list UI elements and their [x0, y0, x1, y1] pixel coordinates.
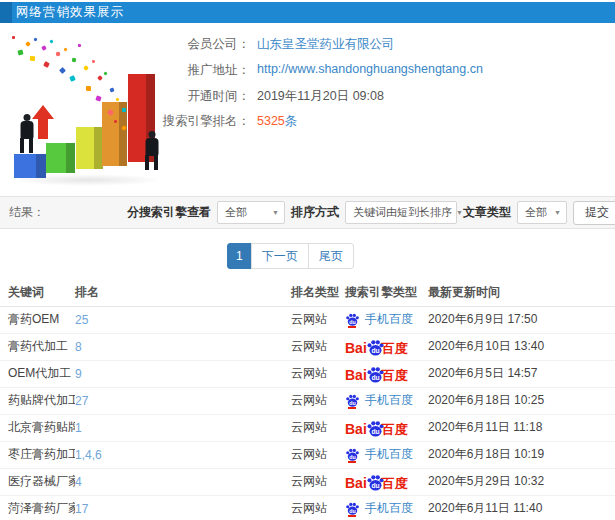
- updated-time-text: 2020年6月10日 13:40: [428, 339, 544, 353]
- keyword-text: OEM代加工: [8, 366, 71, 380]
- updated-time-text: 2020年6月11日 11:40: [428, 501, 542, 515]
- baidu-logo: Baidu百度: [345, 473, 408, 490]
- baidu-paw-icon: du: [345, 393, 360, 408]
- keyword-text: 药贴牌代加工: [8, 393, 75, 407]
- businessman-figure-right: [142, 131, 161, 176]
- updated-time-text: 2020年5月29日 10:32: [428, 474, 544, 488]
- rank-type-text: 云网站: [291, 366, 327, 380]
- baidu-logo: Baidu百度: [345, 419, 408, 436]
- updated-time-text: 2020年6月18日 10:25: [428, 393, 544, 407]
- engine-filter-select[interactable]: 全部 ▼: [217, 201, 285, 224]
- svg-text:du: du: [349, 454, 355, 460]
- page-title: 网络营销效果展示: [16, 2, 124, 23]
- updated-time-text: 2020年6月11日 11:18: [428, 420, 542, 434]
- open-time-label: 开通时间：: [0, 88, 250, 105]
- mobile-baidu-logo: du手机百度: [345, 446, 428, 463]
- rank-value-link[interactable]: 9: [75, 367, 82, 381]
- svg-text:du: du: [371, 427, 379, 434]
- sort-label: 排序方式: [291, 204, 339, 221]
- info-row-rank-count: 搜索引擎排名： 5325条: [0, 113, 560, 130]
- col-updated: 最新更新时间: [428, 280, 615, 306]
- pagination: 1 下一页 尾页: [227, 243, 354, 269]
- rank-type-text: 云网站: [291, 447, 327, 461]
- info-row-url: 推广地址： http://www.shandonghuangshengtang.…: [0, 62, 560, 79]
- rank-value-link[interactable]: 27: [75, 394, 88, 408]
- table-header-row: 关键词 排名 排名类型 搜索引擎类型 最新更新时间: [0, 280, 615, 306]
- confetti-dot: [122, 108, 126, 112]
- mobile-baidu-logo: du手机百度: [345, 311, 428, 328]
- chevron-down-icon: ▼: [554, 209, 561, 216]
- engine-filter-label: 分搜索引擎查看: [127, 204, 211, 221]
- title-bar: 网络营销效果展示: [0, 2, 615, 23]
- rank-type-text: 云网站: [291, 501, 327, 515]
- baidu-logo: Baidu百度: [345, 338, 408, 355]
- mobile-baidu-logo: du手机百度: [345, 392, 428, 409]
- baidu-paw-icon: du: [345, 501, 360, 516]
- sort-value: 关键词由短到长排序: [353, 205, 452, 220]
- keyword-text: 膏药OEM: [8, 312, 59, 326]
- col-engine-type: 搜索引擎类型: [345, 280, 428, 306]
- chevron-down-icon: ▼: [272, 209, 279, 216]
- keyword-text: 膏药代加工: [8, 339, 68, 353]
- svg-text:du: du: [371, 346, 379, 353]
- filter-bar: 结果： 分搜索引擎查看 全部 ▼ 排序方式 关键词由短到长排序 ▼ 文章类型 全…: [0, 196, 615, 229]
- col-rank-type: 排名类型: [291, 280, 345, 306]
- submit-button[interactable]: 提交: [573, 201, 615, 225]
- svg-text:du: du: [371, 481, 379, 488]
- title-bar-accent: [0, 2, 12, 23]
- baidu-logo: Baidu百度: [345, 365, 408, 382]
- illustration-bar-2: [46, 143, 75, 173]
- rank-type-text: 云网站: [291, 312, 327, 326]
- keyword-text: 医疗器械厂家: [8, 474, 75, 488]
- article-type-label: 文章类型: [463, 204, 511, 221]
- filter-controls: 分搜索引擎查看 全部 ▼ 排序方式 关键词由短到长排序 ▼ 文章类型 全部 ▼ …: [127, 197, 615, 228]
- article-type-select[interactable]: 全部 ▼: [517, 201, 567, 224]
- last-page-button[interactable]: 尾页: [308, 243, 354, 269]
- keyword-rank-table: 关键词 排名 排名类型 搜索引擎类型 最新更新时间 膏药OEM25云网站du手机…: [0, 280, 615, 520]
- keyword-text: 北京膏药贴牌: [8, 420, 75, 434]
- page-1-button[interactable]: 1: [227, 243, 252, 269]
- svg-text:du: du: [349, 319, 355, 325]
- keyword-text: 菏泽膏药厂家: [8, 501, 75, 515]
- info-row-company: 会员公司： 山东皇圣堂药业有限公司: [0, 36, 560, 53]
- updated-time-text: 2020年6月9日 17:50: [428, 312, 537, 326]
- rank-value-link[interactable]: 1: [75, 421, 82, 435]
- promo-url-link[interactable]: http://www.shandonghuangshengtang.cn: [257, 62, 483, 76]
- marketing-growth-illustration: [4, 32, 182, 186]
- rank-value-link[interactable]: 25: [75, 313, 88, 327]
- next-page-button[interactable]: 下一页: [251, 243, 309, 269]
- marketing-effect-page: 网络营销效果展示 会员公司： 山东皇圣堂药业有限公司 推广地址： http://…: [0, 0, 615, 520]
- illustration-bar-1: [14, 154, 46, 178]
- sort-select[interactable]: 关键词由短到长排序 ▼: [345, 201, 457, 224]
- updated-time-text: 2020年6月5日 14:57: [428, 366, 537, 380]
- rank-value-link[interactable]: 17: [75, 502, 88, 516]
- table-row: OEM代加工9云网站Baidu百度2020年6月5日 14:57: [0, 360, 615, 387]
- result-section-label: 结果：: [9, 197, 45, 228]
- rank-type-text: 云网站: [291, 420, 327, 434]
- svg-text:du: du: [349, 400, 355, 406]
- promo-url-label: 推广地址：: [0, 62, 250, 79]
- rank-count-unit: 条: [285, 114, 298, 128]
- rank-value-link[interactable]: 1,4,6: [75, 448, 102, 462]
- engine-rank-label: 搜索引擎排名：: [0, 113, 250, 130]
- open-time-value: 2019年11月20日 09:08: [257, 88, 384, 105]
- chevron-down-icon: ▼: [456, 209, 463, 216]
- company-label: 会员公司：: [0, 36, 250, 53]
- rank-value-link[interactable]: 4: [75, 475, 82, 489]
- baidu-paw-icon: du: [345, 447, 360, 462]
- table-row: 膏药代加工8云网站Baidu百度2020年6月10日 13:40: [0, 333, 615, 360]
- col-rank: 排名: [75, 280, 291, 306]
- table-row: 医疗器械厂家4云网站Baidu百度2020年5月29日 10:32: [0, 468, 615, 495]
- company-link[interactable]: 山东皇圣堂药业有限公司: [257, 37, 395, 51]
- table-row: 膏药OEM25云网站du手机百度2020年6月9日 17:50: [0, 306, 615, 333]
- svg-text:du: du: [371, 373, 379, 380]
- confetti-dot: [30, 56, 35, 61]
- rank-value-link[interactable]: 8: [75, 340, 82, 354]
- col-keyword: 关键词: [0, 280, 75, 306]
- rank-type-text: 云网站: [291, 393, 327, 407]
- updated-time-text: 2020年6月18日 10:19: [428, 447, 544, 461]
- table-row: 药贴牌代加工27云网站du手机百度2020年6月18日 10:25: [0, 387, 615, 414]
- illustration-bar-3: [76, 127, 103, 169]
- keyword-text: 枣庄膏药加工: [8, 447, 75, 461]
- rank-type-text: 云网站: [291, 474, 327, 488]
